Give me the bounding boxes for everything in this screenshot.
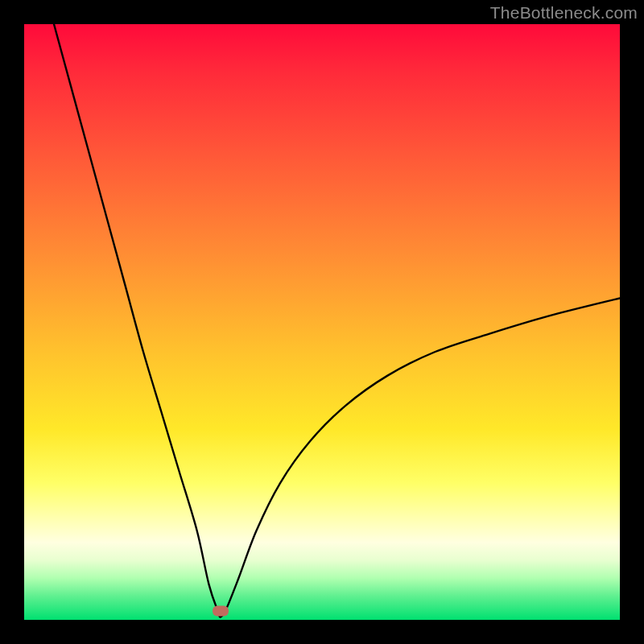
optimal-point-marker — [213, 605, 229, 616]
watermark-text: TheBottleneck.com — [490, 3, 638, 23]
chart-frame: TheBottleneck.com — [0, 0, 644, 644]
chart-gradient-area — [24, 24, 620, 620]
